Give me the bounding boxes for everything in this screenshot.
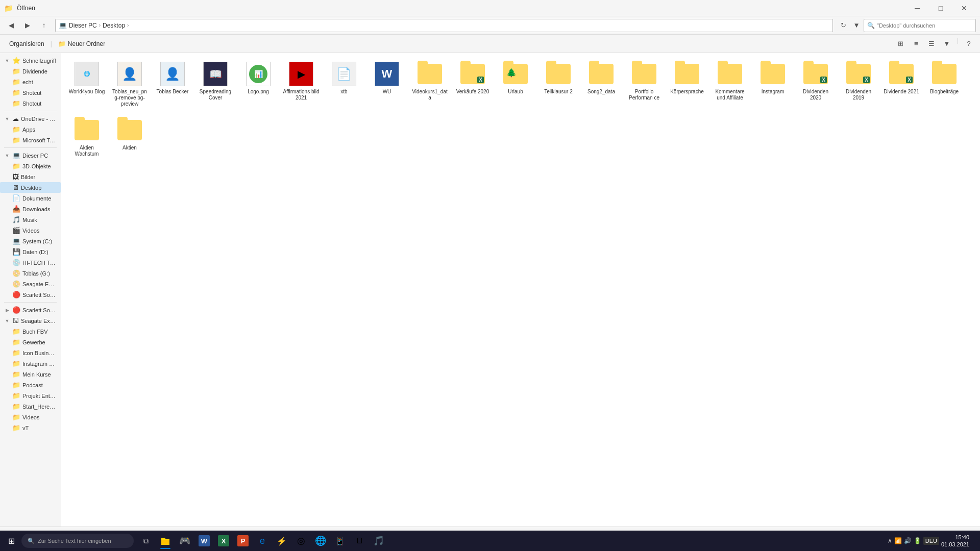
new-folder-button[interactable]: 📁 Neuer Ordner <box>53 37 110 51</box>
help-button[interactable]: ? <box>962 37 976 51</box>
file-item-instagram-folder[interactable]: Instagram <box>752 58 793 110</box>
sidebar-item-tobiasg[interactable]: 📀 Tobias (G:) <box>0 268 61 279</box>
refresh-button[interactable]: ↻ <box>837 19 849 32</box>
sidebar-item-shotcut1[interactable]: 📁 Shotcut <box>0 87 61 98</box>
file-item-dividenden2020[interactable]: X Dividenden 2020 <box>795 58 836 110</box>
sidebar-item-msteams[interactable]: 📁 Microsoft Teams <box>0 135 61 145</box>
tray-network[interactable]: 📶 <box>894 537 902 544</box>
file-item-song2[interactable]: Song2_data <box>581 58 622 110</box>
sidebar-item-systemc[interactable]: 💻 System (C:) <box>0 236 61 246</box>
view-list-button[interactable]: ≡ <box>909 37 923 51</box>
breadcrumb-desktop[interactable]: Desktop <box>103 22 125 29</box>
taskbar-clock[interactable]: 15:40 01.03.2021 <box>941 534 969 548</box>
file-item-korpersprache[interactable]: Körpersprache <box>667 58 707 110</box>
file-item-dividende2021[interactable]: X Dividende 2021 <box>881 58 922 110</box>
taskbar-xbox[interactable]: 🎮 <box>176 532 194 550</box>
tray-volume[interactable]: 🔊 <box>904 537 912 544</box>
start-button[interactable]: ⊞ <box>2 532 20 550</box>
forward-button[interactable]: ▶ <box>20 18 35 33</box>
tray-expand[interactable]: ∧ <box>888 537 892 544</box>
sidebar-item-instagram[interactable]: 📁 Instagram und T... <box>0 358 61 369</box>
taskbar-taskview[interactable]: ⧉ <box>137 532 155 550</box>
sidebar-item-seagate[interactable]: 📀 Seagate Expansi... <box>0 279 61 289</box>
sidebar-item-bilder[interactable]: 🖼 Bilder <box>0 171 61 182</box>
file-item-aktien[interactable]: Aktien <box>109 114 150 160</box>
taskbar-app3[interactable]: 🖥 <box>350 532 369 550</box>
file-item-dividenden2019[interactable]: X Dividenden 2019 <box>838 58 879 110</box>
sidebar-item-apps[interactable]: 📁 Apps <box>0 124 61 135</box>
search-icon: 🔍 <box>867 22 875 29</box>
taskbar-excel[interactable]: X <box>214 532 233 550</box>
file-item-tobias-png[interactable]: 👤 Tobias_neu_png-remove bg-preview <box>109 58 150 110</box>
expand-button[interactable]: ▼ <box>851 19 862 32</box>
sidebar-item-dokumente[interactable]: 📄 Dokumente <box>0 193 61 204</box>
file-item-blogbeitrage[interactable]: Blogbeiträge <box>924 58 965 110</box>
sidebar-item-desktop[interactable]: 🖥 Desktop <box>0 182 61 193</box>
sidebar-section-onedrive[interactable]: ▼ ☁ OneDrive - Wirtsc... <box>0 113 61 124</box>
file-item-logo[interactable]: 📊 Logo.png <box>238 58 279 110</box>
taskbar-fileexplorer[interactable] <box>156 532 175 550</box>
file-item-videokurs[interactable]: Videokurs1_data <box>409 58 450 110</box>
search-input[interactable] <box>877 22 972 29</box>
taskbar-chrome[interactable]: ◎ <box>292 532 310 550</box>
sidebar-item-meinkurse[interactable]: 📁 Mein Kurse <box>0 369 61 380</box>
sidebar-item-scarlett[interactable]: 🔴 Scarlett Solo USB <box>0 289 61 300</box>
file-item-aktien-wachstum[interactable]: Aktien Wachstum <box>66 114 107 160</box>
sidebar-item-shotcut2[interactable]: 📁 Shotcut <box>0 98 61 109</box>
file-item-world4you[interactable]: 🌐 World4you Blog <box>66 58 107 110</box>
taskbar-edge[interactable]: 🌐 <box>311 532 330 550</box>
sidebar-item-vt[interactable]: 📁 vT <box>0 422 61 433</box>
maximize-button[interactable]: □ <box>929 0 952 16</box>
file-item-kommentare[interactable]: Kommentare und Affiliate <box>709 58 750 110</box>
file-item-wu[interactable]: W WU <box>366 58 407 110</box>
taskbar-search[interactable]: 🔍 Zur Suche Text hier eingeben <box>21 534 134 548</box>
file-item-urlaub[interactable]: 🌲 Urlaub <box>495 58 536 110</box>
taskbar-app1[interactable]: ⚡ <box>273 532 291 550</box>
file-item-xtb[interactable]: 📄 xtb <box>324 58 364 110</box>
file-item-tobias-becker[interactable]: 👤 Tobias Becker <box>152 58 193 110</box>
view-details-button[interactable]: ☰ <box>924 37 939 51</box>
search-bar[interactable]: 🔍 <box>864 19 976 32</box>
sidebar-item-echt[interactable]: 📁 echt <box>0 77 61 87</box>
file-item-teilklausur[interactable]: Teilklausur 2 <box>538 58 579 110</box>
sidebar-item-datend[interactable]: 💾 Daten (D:) <box>0 246 61 257</box>
sidebar-item-iconbusiness[interactable]: 📁 Icon Business <box>0 347 61 358</box>
minimize-button[interactable]: ─ <box>905 0 929 16</box>
taskbar-word[interactable]: W <box>195 532 213 550</box>
sidebar-item-projekt[interactable]: 📁 Projekt Entspann... <box>0 390 61 401</box>
view-extra-button[interactable]: ⊞ <box>894 37 908 51</box>
taskbar-app2[interactable]: 📱 <box>331 532 349 550</box>
sidebar-item-hitech[interactable]: 💿 HI-TECH Treiber <box>0 257 61 268</box>
view-options-button[interactable]: ▼ <box>940 37 954 51</box>
sidebar-item-videos[interactable]: 🎬 Videos <box>0 225 61 236</box>
organise-button[interactable]: Organisieren <box>4 37 50 51</box>
breadcrumb-pc[interactable]: Dieser PC <box>69 22 97 29</box>
sidebar-section-thispc[interactable]: ▼ 💻 Dieser PC <box>0 150 61 161</box>
language-badge[interactable]: DEU <box>923 537 939 545</box>
tray-battery[interactable]: 🔋 <box>914 537 921 544</box>
sidebar-item-podcast[interactable]: 📁 Podcast <box>0 380 61 390</box>
taskbar-powerpoint[interactable]: P <box>234 532 252 550</box>
sidebar-item-3dobjekte[interactable]: 📁 3D-Objekte <box>0 161 61 171</box>
sidebar-item-dividende[interactable]: 📁 Dividende <box>0 66 61 77</box>
sidebar-item-videos2[interactable]: 📁 Videos <box>0 412 61 422</box>
file-item-affirmations[interactable]: ▶ Affirmations bild 2021 <box>281 58 322 110</box>
address-bar[interactable]: 💻 Dieser PC › Desktop › <box>55 19 833 32</box>
back-button[interactable]: ◀ <box>4 18 18 33</box>
close-button[interactable]: ✕ <box>952 0 976 16</box>
sidebar-item-musik[interactable]: 🎵 Musik <box>0 214 61 225</box>
sidebar-item-gewerbe[interactable]: 📁 Gewerbe <box>0 337 61 347</box>
sidebar-section-quickaccess[interactable]: ▼ ⭐ Schnellzugriff <box>0 55 61 66</box>
sidebar-item-buchfbv[interactable]: 📁 Buch FBV <box>0 326 61 337</box>
file-area: 🌐 World4you Blog 👤 Tobias_neu_png-remove… <box>61 53 980 527</box>
sidebar-item-downloads[interactable]: 📥 Downloads <box>0 204 61 214</box>
sidebar-section-seagate2[interactable]: ▼ 🖫 Seagate Expansion... <box>0 315 61 326</box>
file-item-speedreading[interactable]: 📖 Speedreading Cover <box>195 58 236 110</box>
file-item-verkaufe[interactable]: X Verkäufe 2020 <box>452 58 493 110</box>
sidebar-section-scarlett2[interactable]: ▶ 🔴 Scarlett Solo USB... <box>0 305 61 315</box>
taskbar-spotify[interactable]: 🎵 <box>370 532 388 550</box>
taskbar-edgeold[interactable]: e <box>253 532 272 550</box>
up-button[interactable]: ↑ <box>37 18 51 33</box>
file-item-portfolio[interactable]: Portfolio Performan ce <box>624 58 665 110</box>
sidebar-item-starthere[interactable]: 📁 Start_Here_Mac... <box>0 401 61 412</box>
